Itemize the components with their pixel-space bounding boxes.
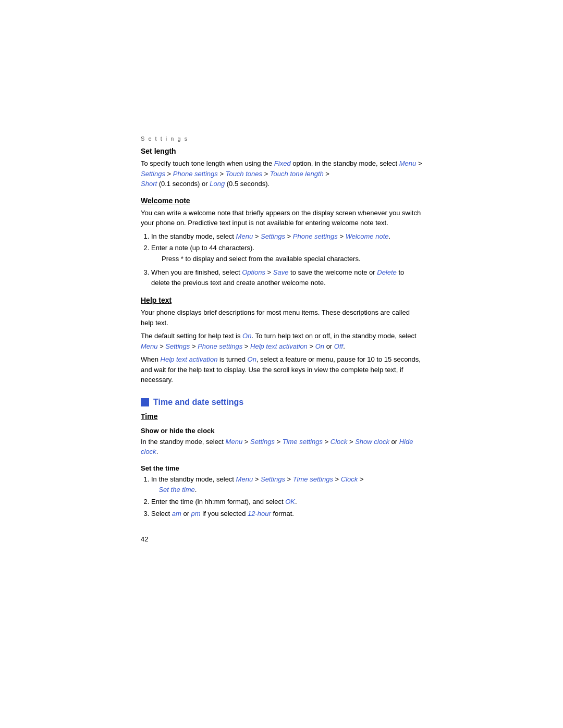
help-text-activation-link[interactable]: Help text activation (250, 342, 308, 350)
set-length-body-mid1: option, in the standby mode, select (291, 159, 399, 167)
clock-link-shc[interactable]: Clock (331, 438, 348, 446)
on-link-2[interactable]: On (315, 342, 324, 350)
help-text-body1: Your phone displays brief descriptions f… (141, 307, 422, 328)
set-length-section: Set length To specify touch tone length … (141, 147, 422, 189)
welcome-note-heading: Welcome note (141, 196, 422, 205)
phone-settings-link-wn[interactable]: Phone settings (293, 232, 338, 240)
on-link-3[interactable]: On (248, 355, 256, 363)
phone-settings-link-ht[interactable]: Phone settings (198, 342, 242, 350)
menu-link-shc[interactable]: Menu (226, 438, 243, 446)
time-date-section: Time and date settings Time Show or hide… (141, 398, 422, 520)
settings-link-1[interactable]: Settings (141, 170, 165, 178)
settings-link-shc[interactable]: Settings (250, 438, 275, 446)
welcome-note-step-2: Enter a note (up to 44 characters). Pres… (151, 243, 422, 264)
menu-link-1[interactable]: Menu (399, 159, 417, 167)
am-link[interactable]: am (172, 510, 181, 517)
set-length-heading: Set length (141, 147, 422, 155)
page-container: S e t t i n g s Set length To specify to… (0, 0, 563, 728)
settings-link-wn[interactable]: Settings (261, 232, 285, 240)
show-hide-clock-heading: Show or hide the clock (141, 427, 422, 435)
set-time-steps: In the standby mode, select Menu > Setti… (151, 474, 422, 520)
touch-tone-length-link[interactable]: Touch tone length (270, 170, 324, 178)
clock-link-stt[interactable]: Clock (341, 475, 358, 483)
set-the-time-link[interactable]: Set the time (158, 486, 194, 493)
ok-link[interactable]: OK (285, 498, 295, 505)
time-date-heading: Time and date settings (153, 398, 243, 407)
welcome-note-section: Welcome note You can write a welcome not… (141, 196, 422, 289)
time-date-header: Time and date settings (141, 398, 422, 407)
set-length-body-end: (0.5 seconds). (225, 180, 270, 188)
on-link-1[interactable]: On (242, 332, 251, 340)
set-length-body-prefix: To specify touch tone length when using … (141, 159, 274, 167)
delete-link[interactable]: Delete (377, 268, 397, 276)
time-subsection: Time Show or hide the clock In the stand… (141, 412, 422, 520)
help-text-section: Help text Your phone displays brief desc… (141, 296, 422, 385)
set-length-body-mid2: (0.1 seconds) or (157, 180, 210, 188)
touch-tones-link[interactable]: Touch tones (226, 170, 262, 178)
set-time-heading: Set the time (141, 464, 422, 472)
show-hide-clock-section: Show or hide the clock In the standby mo… (141, 427, 422, 457)
time-heading: Time (141, 412, 422, 421)
help-text-body3: When Help text activation is turned On, … (141, 354, 422, 385)
twelve-hour-link[interactable]: 12-hour (248, 510, 271, 517)
help-text-body2: The default setting for help text is On.… (141, 331, 422, 351)
set-time-section: Set the time In the standby mode, select… (141, 464, 422, 520)
time-settings-link-shc[interactable]: Time settings (283, 438, 323, 446)
show-clock-link[interactable]: Show clock (355, 438, 389, 446)
set-time-step-1: In the standby mode, select Menu > Setti… (151, 474, 422, 496)
welcome-note-steps: In the standby mode, select Menu > Setti… (151, 231, 422, 289)
help-text-activation-link-2[interactable]: Help text activation (161, 355, 218, 363)
welcome-note-body: You can write a welcome note that briefl… (141, 208, 422, 228)
section-label: S e t t i n g s (141, 135, 422, 142)
menu-link-ht[interactable]: Menu (141, 342, 158, 350)
set-time-step-2: Enter the time (in hh:mm format), and se… (151, 497, 422, 508)
welcome-note-link[interactable]: Welcome note (346, 232, 389, 240)
menu-link-wn[interactable]: Menu (236, 232, 253, 240)
set-length-body: To specify touch tone length when using … (141, 158, 422, 189)
welcome-note-step-3: When you are finished, select Options > … (151, 267, 422, 289)
phone-settings-link-1[interactable]: Phone settings (173, 170, 218, 178)
welcome-note-step-1: In the standby mode, select Menu > Setti… (151, 231, 422, 242)
pm-link[interactable]: pm (191, 510, 201, 517)
long-link[interactable]: Long (210, 180, 225, 188)
save-link[interactable]: Save (273, 268, 289, 276)
help-text-heading: Help text (141, 296, 422, 304)
show-hide-clock-body: In the standby mode, select Menu > Setti… (141, 437, 422, 457)
options-link[interactable]: Options (242, 268, 265, 276)
off-link[interactable]: Off (334, 342, 343, 350)
settings-link-stt[interactable]: Settings (261, 475, 285, 483)
settings-link-ht[interactable]: Settings (165, 342, 190, 350)
short-link[interactable]: Short (141, 180, 157, 188)
menu-link-stt[interactable]: Menu (236, 475, 253, 483)
welcome-note-step-2-sub: Press * to display and select from the a… (162, 254, 422, 264)
time-settings-link-stt[interactable]: Time settings (293, 475, 333, 483)
set-time-step-3: Select am or pm if you selected 12-hour … (151, 509, 422, 520)
fixed-link[interactable]: Fixed (274, 159, 291, 167)
section-header-box (141, 398, 149, 406)
page-number: 42 (141, 535, 422, 543)
